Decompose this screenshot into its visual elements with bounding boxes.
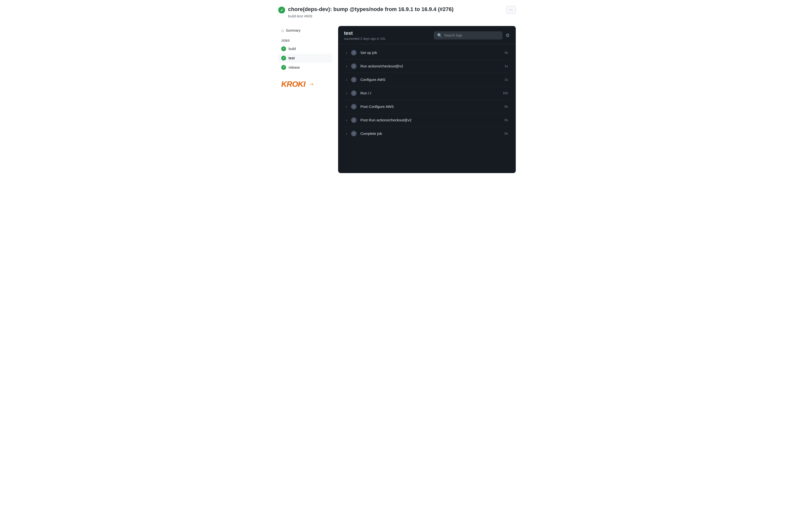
sidebar-item-test[interactable]: test [278, 54, 332, 62]
log-title-group: test succeeded 2 days ago in 15s [344, 31, 385, 40]
main-layout: ⌂ Summary Jobs build test release KROKI … [278, 26, 516, 173]
header-left: chore(deps-dev): bump @types/node from 1… [278, 6, 454, 18]
chevron-right-icon: › [346, 51, 347, 55]
step-name: Complete job [361, 131, 382, 136]
step-name: Run actions/checkout@v2 [361, 64, 403, 68]
log-header: test succeeded 2 days ago in 15s 🔍 ⚙ [338, 26, 516, 44]
jobs-section-label: Jobs [278, 39, 332, 42]
log-step-run-slash[interactable]: › Run /./ 10s [340, 87, 514, 100]
chevron-right-icon: › [346, 105, 347, 109]
step-name: Run /./ [361, 91, 371, 95]
summary-label: Summary [286, 28, 300, 32]
log-step-post-run-checkout[interactable]: › Post Run actions/checkout@v2 0s [340, 114, 514, 127]
step-check-icon [351, 117, 356, 123]
step-check-icon [351, 50, 356, 55]
search-input[interactable] [444, 33, 499, 37]
sidebar-item-summary[interactable]: ⌂ Summary [278, 26, 332, 35]
status-check-icon [278, 7, 285, 14]
step-duration: 0s [504, 105, 508, 108]
sidebar: ⌂ Summary Jobs build test release KROKI … [278, 26, 332, 89]
chevron-right-icon: › [346, 132, 347, 136]
sidebar-item-build[interactable]: build [278, 44, 332, 53]
log-title: test [344, 31, 385, 36]
step-check-icon [351, 91, 356, 96]
step-duration: 3s [504, 51, 508, 54]
kroki-label: KROKI → [281, 80, 329, 89]
log-header-right: 🔍 ⚙ [434, 31, 510, 39]
chevron-right-icon: › [346, 118, 347, 122]
step-duration: 1s [504, 78, 508, 81]
log-step-configure-aws[interactable]: › Configure AWS 1s [340, 73, 514, 86]
step-left: › Run actions/checkout@v2 [346, 63, 403, 69]
kroki-section: KROKI → [278, 80, 332, 89]
test-job-label: test [289, 56, 295, 60]
settings-gear-icon[interactable]: ⚙ [505, 32, 510, 38]
step-duration: 0s [504, 132, 508, 135]
log-step-run-checkout[interactable]: › Run actions/checkout@v2 1s [340, 60, 514, 73]
kroki-text: KROKI [281, 80, 305, 89]
build-job-label: build [289, 47, 296, 51]
log-subtitle: succeeded 2 days ago in 15s [344, 37, 385, 40]
build-subtitle: build-test #609 [288, 14, 454, 18]
step-left: › Configure AWS [346, 77, 386, 82]
page-container: chore(deps-dev): bump @types/node from 1… [274, 0, 520, 179]
header: chore(deps-dev): bump @types/node from 1… [278, 6, 516, 18]
page-title: chore(deps-dev): bump @types/node from 1… [288, 6, 454, 13]
step-name: Set up job [361, 51, 377, 55]
home-icon: ⌂ [281, 28, 284, 33]
step-name: Post Configure AWS [361, 104, 394, 109]
step-duration: 10s [503, 91, 508, 95]
step-check-icon [351, 77, 356, 82]
log-step-complete-job[interactable]: › Complete job 0s [340, 127, 514, 140]
step-name: Post Run actions/checkout@v2 [361, 118, 412, 122]
header-title-group: chore(deps-dev): bump @types/node from 1… [288, 6, 454, 18]
sidebar-item-release[interactable]: release [278, 63, 332, 72]
chevron-right-icon: › [346, 78, 347, 82]
search-icon: 🔍 [437, 33, 442, 38]
chevron-right-icon: › [346, 64, 347, 68]
log-panel: test succeeded 2 days ago in 15s 🔍 ⚙ › [338, 26, 516, 173]
step-check-icon [351, 131, 356, 136]
step-left: › Complete job [346, 131, 382, 136]
test-check-icon [281, 56, 286, 60]
more-options-button[interactable]: ··· [506, 6, 516, 14]
search-container[interactable]: 🔍 [434, 31, 502, 39]
log-steps: › Set up job 3s › Run actions/checkout@v… [338, 44, 516, 142]
release-check-icon [281, 65, 286, 70]
step-left: › Run /./ [346, 91, 371, 96]
step-left: › Post Configure AWS [346, 104, 394, 109]
step-left: › Set up job [346, 50, 377, 55]
log-step-post-configure-aws[interactable]: › Post Configure AWS 0s [340, 100, 514, 113]
kroki-arrow-icon: → [308, 80, 314, 88]
step-check-icon [351, 104, 356, 109]
chevron-right-icon: › [346, 91, 347, 95]
step-duration: 0s [504, 118, 508, 122]
release-job-label: release [289, 65, 300, 69]
step-left: › Post Run actions/checkout@v2 [346, 117, 411, 123]
step-check-icon [351, 63, 356, 69]
build-check-icon [281, 46, 286, 51]
log-step-set-up-job[interactable]: › Set up job 3s [340, 46, 514, 59]
step-duration: 1s [504, 64, 508, 68]
step-name: Configure AWS [361, 77, 386, 82]
